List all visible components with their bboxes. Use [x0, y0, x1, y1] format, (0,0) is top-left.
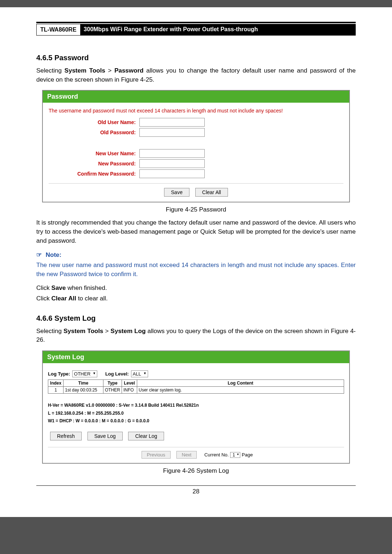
note-header: ☞ Note:	[36, 251, 356, 259]
model-desc: 300Mbps WiFi Range Extender with Power O…	[80, 24, 356, 36]
col-content: Log Content	[137, 380, 344, 387]
previous-button[interactable]: Previous	[142, 451, 171, 459]
paragraph-save: Click Save when finished.	[36, 284, 356, 293]
page-number: 28	[36, 485, 356, 495]
syslog-panel: System Log Log Type: OTHER Log Level: AL…	[42, 350, 350, 464]
confirm-password-label: Confirm New Password:	[49, 171, 139, 177]
paragraph-recommend: It is strongly recommended that you chan…	[36, 218, 356, 245]
syslog-meta: H-Ver = WA860RE v1.0 00000000 : S-Ver = …	[48, 402, 344, 425]
save-log-button[interactable]: Save Log	[87, 432, 123, 440]
log-level-select[interactable]: ALL	[131, 370, 148, 377]
col-index: Index	[48, 380, 64, 387]
password-panel-title: Password	[43, 91, 349, 103]
col-level: Level	[122, 380, 137, 387]
new-username-label: New User Name:	[49, 151, 139, 156]
section-heading-password: 4.6.5 Password	[36, 54, 356, 62]
page-select[interactable]: 1	[230, 452, 241, 458]
pointing-hand-icon: ☞	[36, 251, 42, 259]
note-label: Note:	[46, 251, 61, 258]
note-text: The new user name and password must not …	[36, 261, 356, 279]
refresh-button[interactable]: Refresh	[50, 432, 82, 440]
password-warning: The username and password must not excee…	[49, 108, 343, 114]
new-password-label: New Password:	[49, 161, 139, 167]
col-time: Time	[64, 380, 103, 387]
intro-paragraph-2: Selecting System Tools > System Log allo…	[36, 327, 356, 345]
section-heading-syslog: 4.6.6 System Log	[36, 314, 356, 323]
current-no-label: Current No.	[204, 452, 229, 457]
doc-header: TL-WA860RE 300Mbps WiFi Range Extender w…	[36, 24, 356, 36]
confirm-password-input[interactable]	[139, 169, 205, 178]
save-button[interactable]: Save	[164, 188, 189, 197]
model-label: TL-WA860RE	[36, 24, 80, 36]
paragraph-clearall: Click Clear All to clear all.	[36, 294, 356, 303]
old-username-label: Old User Name:	[49, 119, 139, 125]
log-type-label: Log Type:	[48, 371, 70, 377]
next-button[interactable]: Next	[176, 451, 197, 459]
page-label: Page	[242, 452, 253, 457]
clear-log-button[interactable]: Clear Log	[128, 432, 164, 440]
figure-caption-1: Figure 4-25 Password	[36, 206, 356, 213]
old-password-input[interactable]	[139, 128, 205, 137]
password-panel: Password The username and password must …	[42, 90, 350, 202]
syslog-panel-title: System Log	[43, 351, 349, 363]
clear-all-button[interactable]: Clear All	[195, 188, 228, 197]
table-row: 1 1st day 00:03:25 OTHER INFO User clear…	[48, 387, 344, 394]
col-type: Type	[103, 380, 122, 387]
log-level-label: Log Level:	[105, 371, 129, 377]
figure-caption-2: Figure 4-26 System Log	[36, 467, 356, 475]
new-username-input[interactable]	[139, 149, 205, 158]
log-type-select[interactable]: OTHER	[72, 370, 98, 377]
intro-paragraph-1: Selecting System Tools > Password allows…	[36, 66, 356, 84]
old-username-input[interactable]	[139, 118, 205, 127]
log-table: Index Time Type Level Log Content 1 1st …	[48, 379, 344, 394]
new-password-input[interactable]	[139, 159, 205, 168]
old-password-label: Old Password:	[49, 130, 139, 135]
